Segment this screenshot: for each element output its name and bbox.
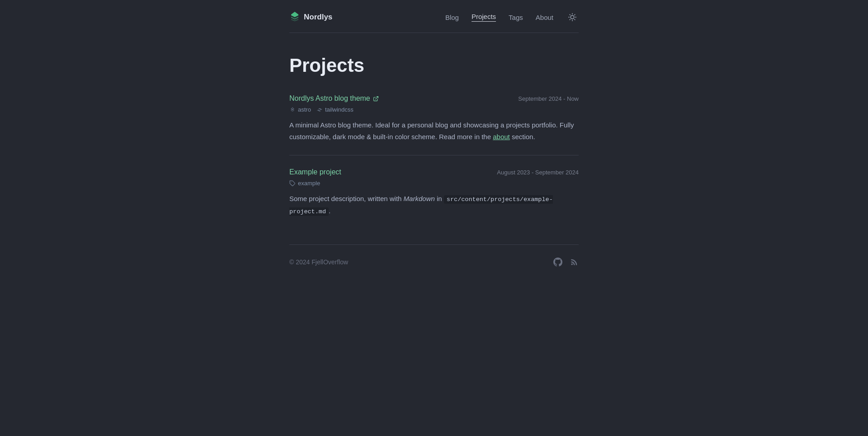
- theme-toggle-button[interactable]: [566, 11, 579, 23]
- rss-link[interactable]: [570, 258, 579, 267]
- project-title-link[interactable]: Nordlys Astro blog theme: [289, 94, 379, 103]
- footer-icons: [553, 258, 579, 267]
- project-description: Some project description, written with M…: [289, 193, 579, 217]
- tag-item: example: [289, 180, 320, 187]
- github-icon: [553, 258, 562, 267]
- tag-item: tailwindcss: [316, 106, 354, 113]
- main-nav: Blog Projects Tags About: [445, 11, 579, 23]
- tag-icon: [289, 180, 296, 187]
- astro-icon: [289, 107, 296, 113]
- nav-tags[interactable]: Tags: [509, 14, 523, 21]
- tag-label: astro: [298, 106, 311, 113]
- project-date: September 2024 - Now: [518, 95, 579, 102]
- project-title-text: Example project: [289, 168, 341, 176]
- project-title-link[interactable]: Example project: [289, 168, 341, 176]
- logo-text: Nordlys: [304, 13, 332, 22]
- page-title: Projects: [289, 55, 579, 76]
- project-title-text: Nordlys Astro blog theme: [289, 94, 370, 103]
- external-link-icon: [373, 96, 379, 102]
- footer-inner: © 2024 FjellOverflow: [289, 258, 579, 267]
- github-link[interactable]: [553, 258, 562, 267]
- project-header: Nordlys Astro blog theme September 2024 …: [289, 94, 579, 103]
- svg-line-9: [375, 96, 378, 99]
- tag-item: astro: [289, 106, 311, 113]
- svg-line-8: [575, 14, 575, 15]
- site-logo[interactable]: Nordlys: [289, 11, 332, 23]
- project-date: August 2023 - September 2024: [497, 169, 579, 176]
- svg-line-3: [570, 14, 570, 15]
- nav-projects[interactable]: Projects: [472, 13, 496, 22]
- site-footer: © 2024 FjellOverflow: [289, 244, 579, 279]
- about-link[interactable]: about: [493, 133, 510, 141]
- tag-label: tailwindcss: [325, 106, 354, 113]
- footer-copyright: © 2024 FjellOverflow: [289, 258, 348, 266]
- main-content: Projects Nordlys Astro blog theme Septem…: [289, 33, 579, 244]
- svg-point-0: [571, 15, 574, 19]
- italic-text: Markdown: [404, 195, 435, 202]
- nav-blog[interactable]: Blog: [445, 14, 459, 21]
- tag-label: example: [298, 180, 320, 187]
- project-item: Nordlys Astro blog theme September 2024 …: [289, 94, 579, 142]
- nav-about[interactable]: About: [536, 14, 553, 21]
- project-description: A minimal Astro blog theme. Ideal for a …: [289, 119, 579, 142]
- tailwind-icon: [316, 107, 323, 113]
- project-tags: example: [289, 180, 579, 187]
- project-header: Example project August 2023 - September …: [289, 168, 579, 176]
- project-divider: [289, 155, 579, 155]
- logo-icon: [289, 11, 300, 23]
- project-tags: astro tailwindcss: [289, 106, 579, 113]
- svg-line-4: [575, 19, 575, 20]
- project-item: Example project August 2023 - September …: [289, 168, 579, 217]
- svg-line-7: [570, 19, 570, 20]
- rss-icon: [570, 258, 579, 267]
